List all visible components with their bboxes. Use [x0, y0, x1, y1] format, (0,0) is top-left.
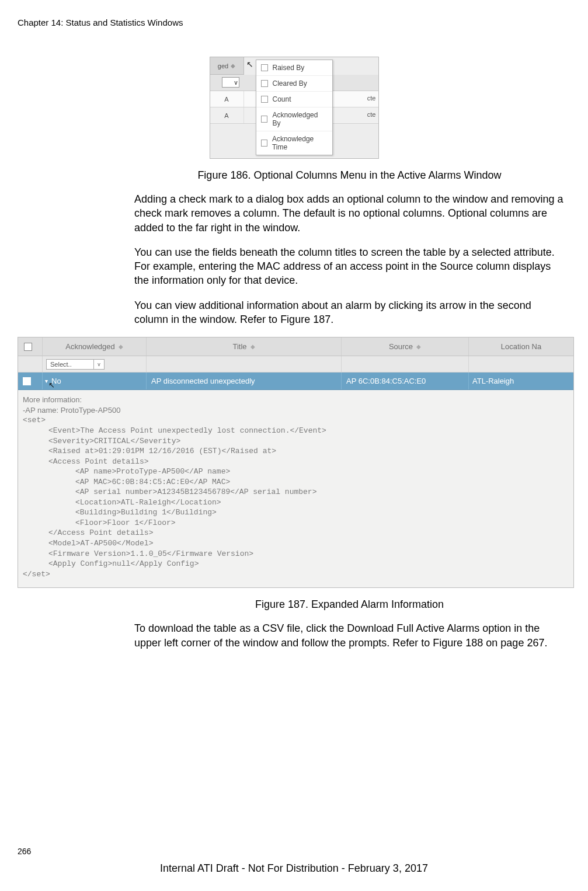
- menu-item-acknowledge-time[interactable]: Acknowledge Time: [256, 131, 332, 155]
- cell: A: [210, 107, 244, 123]
- menu-label: Raised By: [273, 64, 305, 72]
- paragraph: Adding a check mark to a dialog box adds…: [134, 192, 565, 235]
- source-value: AP 6C:0B:84:C5:AC:E0: [346, 377, 426, 385]
- sort-icon[interactable]: ◆: [250, 343, 255, 350]
- menu-item-count[interactable]: Count: [256, 92, 332, 107]
- column-header-acknowledged[interactable]: Acknowledged◆: [43, 337, 147, 356]
- expanded-info-panel: More information: -AP name: ProtoType-AP…: [18, 390, 573, 587]
- xml-line: <Building>Building 1</Building>: [23, 507, 569, 518]
- xml-line: <Firmware Version>1.1.0_05</Firmware Ver…: [23, 549, 569, 559]
- columns-menu: Raised By Cleared By Count Acknowledged …: [256, 60, 333, 155]
- xml-line: <Model>AT-AP500</Model>: [23, 538, 569, 549]
- xml-line: <Access Point details>: [23, 457, 569, 467]
- menu-item-raised-by[interactable]: Raised By: [256, 60, 332, 76]
- sort-icon[interactable]: ◆: [231, 62, 235, 69]
- alarm-row-selected[interactable]: ▾ ↖ No AP disconnected unexpectedly AP 6…: [18, 373, 573, 390]
- paragraph: You can use the fields beneath the colum…: [134, 245, 565, 288]
- xml-line: <AP serial number>A12345B123456789</AP s…: [23, 487, 569, 497]
- column-header-tab[interactable]: ged ◆: [210, 57, 244, 75]
- cell: cte: [367, 95, 376, 102]
- cell: A: [210, 91, 244, 107]
- paragraph: You can view additional information abou…: [134, 298, 565, 327]
- column-header-title[interactable]: Title◆: [147, 337, 342, 356]
- acknowledged-filter-select[interactable]: Select.. v: [46, 359, 105, 370]
- xml-line: </set>: [23, 569, 569, 580]
- paragraph: To download the table as a CSV file, cli…: [134, 621, 565, 650]
- header-text: Source: [389, 342, 413, 351]
- footer-notice: Internal ATI Draft - Not For Distributio…: [0, 862, 588, 875]
- header-text: Acknowledged: [65, 342, 115, 351]
- sort-icon[interactable]: ◆: [416, 343, 421, 350]
- menu-label: Count: [273, 95, 291, 103]
- select-label: Select..: [47, 361, 72, 368]
- chapter-header: Chapter 14: Status and Statistics Window…: [18, 18, 570, 27]
- xml-line: <AP MAC>6C:0B:84:C5:AC:E0</AP MAC>: [23, 477, 569, 488]
- checkbox-icon[interactable]: [261, 96, 268, 103]
- select-all-cell[interactable]: [18, 337, 43, 356]
- figure-186: ged ◆ ↖ v A cte A cte Raised By Cleared …: [210, 57, 379, 159]
- xml-line: </Access Point details>: [23, 528, 569, 538]
- menu-label: Cleared By: [273, 79, 307, 88]
- checkbox-icon[interactable]: [23, 377, 31, 385]
- checkbox-icon[interactable]: [261, 64, 268, 71]
- xml-line: <Location>ATL-Raleigh</Location>: [23, 497, 569, 508]
- checkbox-icon[interactable]: [261, 140, 267, 147]
- table-header-row: Acknowledged◆ Title◆ Source◆ Location Na: [18, 337, 573, 356]
- checkbox-icon[interactable]: [261, 80, 268, 87]
- menu-label: Acknowledged By: [272, 111, 327, 127]
- filter-row: Select.. v: [18, 356, 573, 373]
- menu-item-cleared-by[interactable]: Cleared By: [256, 76, 332, 92]
- header-text: Title: [232, 342, 246, 351]
- expand-arrow-icon[interactable]: ▾: [45, 378, 48, 384]
- page-number: 266: [18, 847, 31, 856]
- column-header-location[interactable]: Location Na: [469, 337, 573, 356]
- xml-line: <set>: [23, 415, 569, 426]
- xml-line: <Floor>Floor 1</Floor>: [23, 518, 569, 528]
- figure-186-caption: Figure 186. Optional Columns Menu in the…: [134, 169, 565, 182]
- info-label: More information:: [23, 395, 569, 405]
- menu-label: Acknowledge Time: [272, 135, 328, 151]
- column-header-source[interactable]: Source◆: [342, 337, 469, 356]
- cursor-icon: ↖: [48, 381, 55, 389]
- sort-icon[interactable]: ◆: [119, 343, 123, 350]
- menu-item-acknowledged-by[interactable]: Acknowledged By: [256, 107, 332, 131]
- filter-dropdown[interactable]: v: [222, 77, 239, 88]
- header-text: Location Na: [501, 342, 541, 351]
- xml-line: <Severity>CRITICAL</Severity>: [23, 436, 569, 447]
- cell: cte: [367, 111, 376, 118]
- xml-line: <Apply Config>null</Apply Config>: [23, 559, 569, 569]
- xml-line: <AP name>ProtoType-AP500</AP name>: [23, 467, 569, 477]
- location-value: ATL-Raleigh: [472, 377, 514, 385]
- chevron-down-icon: v: [93, 360, 104, 369]
- cursor-icon: ↖: [246, 60, 253, 69]
- figure-187: Acknowledged◆ Title◆ Source◆ Location Na…: [18, 337, 574, 588]
- column-header-text: ged: [218, 62, 228, 69]
- info-ap-name: -AP name: ProtoType-AP500: [23, 405, 569, 416]
- figure-187-caption: Figure 187. Expanded Alarm Information: [134, 598, 565, 611]
- title-value: AP disconnected unexpectedly: [151, 377, 255, 385]
- xml-line: <Event>The Access Point unexpectedly los…: [23, 426, 569, 436]
- checkbox-icon[interactable]: [261, 116, 268, 123]
- xml-line: <Raised at>01:29:01PM 12/16/2016 (EST)</…: [23, 446, 569, 457]
- checkbox-icon[interactable]: [24, 343, 32, 351]
